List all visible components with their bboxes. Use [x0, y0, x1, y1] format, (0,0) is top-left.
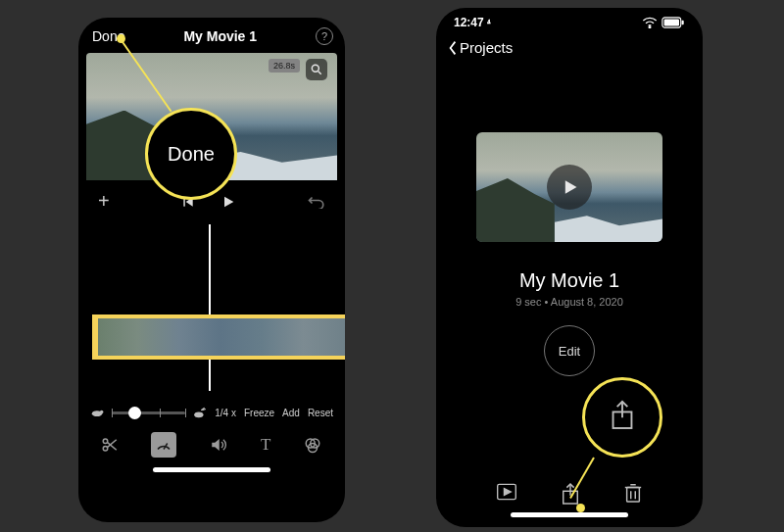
speed-rate-label: 1/4 x [215, 408, 236, 418]
home-indicator[interactable] [153, 467, 270, 472]
timeline[interactable] [78, 224, 345, 401]
project-bottom-toolbar [436, 482, 703, 506]
svg-rect-2 [183, 197, 184, 206]
turtle-icon [90, 408, 104, 417]
svg-marker-23 [504, 489, 511, 496]
annotation-done-dot [117, 34, 125, 43]
help-icon[interactable]: ? [316, 27, 333, 45]
svg-rect-20 [682, 21, 684, 24]
play-overlay-icon[interactable] [547, 165, 592, 210]
svg-marker-3 [186, 197, 193, 206]
svg-point-17 [649, 26, 651, 28]
svg-rect-19 [664, 20, 679, 26]
phone-editor-screen: Done My Movie 1 ? 26.8s + [78, 18, 345, 522]
status-bar: 12:47 ⁴ [436, 8, 703, 31]
svg-point-7 [194, 411, 203, 417]
clip-duration-badge: 26.8s [269, 59, 300, 73]
edit-button[interactable]: Edit [544, 325, 595, 376]
svg-point-0 [312, 65, 318, 72]
play-project-icon[interactable] [496, 482, 517, 506]
trash-icon[interactable] [623, 482, 643, 506]
volume-icon[interactable] [209, 436, 228, 454]
svg-line-1 [318, 72, 321, 74]
project-thumbnail[interactable] [476, 132, 662, 242]
back-to-projects-button[interactable]: Projects [436, 31, 703, 64]
project-title: My Movie 1 [519, 269, 619, 292]
battery-icon [662, 17, 685, 28]
svg-point-6 [100, 411, 104, 414]
svg-marker-13 [212, 439, 220, 451]
phone-projects-screen: 12:47 ⁴ Projects My Movie 1 9 sec • Augu… [436, 8, 703, 527]
annotation-done-label: Done [147, 110, 235, 198]
add-media-button[interactable]: + [98, 190, 110, 213]
zoom-icon[interactable] [306, 59, 327, 80]
add-speed-segment-button[interactable]: Add [282, 408, 300, 418]
freeze-button[interactable]: Freeze [244, 408, 274, 418]
titles-icon[interactable]: T [261, 435, 270, 455]
status-time: 12:47 ⁴ [454, 16, 491, 29]
speed-controls: 1/4 x Freeze Add Reset [78, 401, 345, 422]
project-detail: My Movie 1 9 sec • August 8, 2020 Edit [436, 132, 703, 376]
chevron-left-icon [448, 40, 458, 56]
filters-icon[interactable] [303, 436, 322, 454]
scissors-icon[interactable] [101, 436, 119, 454]
editor-toolbar: T [78, 422, 345, 463]
annotation-share-dot [576, 504, 585, 512]
svg-rect-26 [627, 488, 640, 503]
svg-marker-21 [565, 180, 577, 193]
home-indicator[interactable] [511, 512, 628, 517]
reset-speed-button[interactable]: Reset [308, 408, 333, 418]
project-meta: 9 sec • August 8, 2020 [515, 296, 623, 308]
timeline-clip[interactable] [96, 314, 345, 360]
undo-icon[interactable] [308, 195, 325, 209]
svg-marker-4 [224, 196, 233, 207]
wifi-icon [642, 17, 658, 28]
annotation-share-icon [610, 400, 635, 431]
speedometer-icon[interactable] [151, 432, 176, 458]
back-label: Projects [460, 39, 513, 56]
speed-slider[interactable] [112, 411, 185, 414]
project-title-header: My Movie 1 [183, 28, 257, 44]
playhead[interactable] [209, 224, 211, 391]
play-icon[interactable] [220, 194, 236, 210]
rabbit-icon [193, 407, 207, 418]
